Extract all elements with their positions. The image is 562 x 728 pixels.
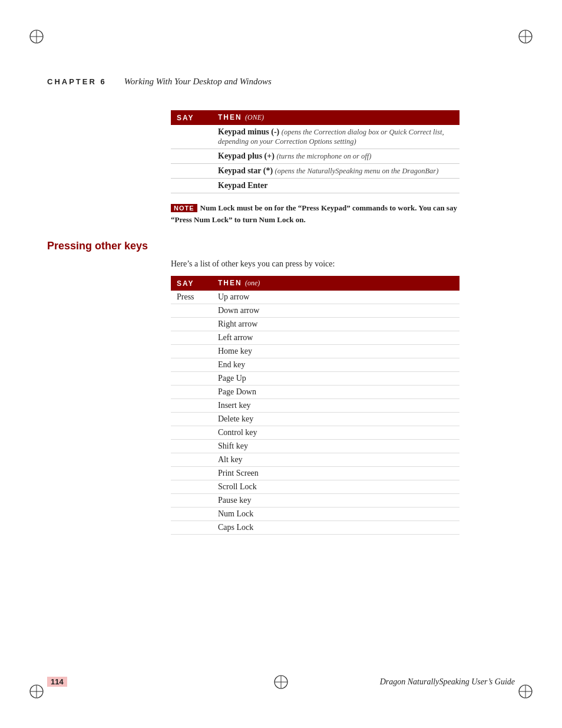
table-row: End key bbox=[171, 358, 459, 372]
top-table-say-header: SAY bbox=[171, 110, 212, 125]
table-row: Right arrow bbox=[171, 318, 459, 331]
table-row: Caps Lock bbox=[171, 521, 459, 535]
bottom-say-then-table: SAY THEN (one) PressUp arrowDown arrowRi… bbox=[171, 276, 459, 535]
table-row: Page Up bbox=[171, 372, 459, 386]
reg-mark-tl bbox=[28, 28, 45, 45]
table-row: Delete key bbox=[171, 413, 459, 426]
table-row: Home key bbox=[171, 345, 459, 358]
table-row: Control key bbox=[171, 426, 459, 440]
chapter-header: CHAPTER 6 Working With Your Desktop and … bbox=[47, 77, 515, 98]
note-box: NOTENum Lock must be on for the “Press K… bbox=[171, 202, 459, 225]
top-say-then-table: SAY THEN (one) Keypad minus (-) (opens t… bbox=[171, 110, 459, 193]
chapter-title: Working With Your Desktop and Windows bbox=[124, 77, 272, 87]
table-row: Left arrow bbox=[171, 331, 459, 345]
table-row: Pause key bbox=[171, 494, 459, 508]
table-row: Scroll Lock bbox=[171, 480, 459, 494]
table-row: Shift key bbox=[171, 440, 459, 453]
table-row: Print Screen bbox=[171, 467, 459, 480]
reg-mark-br bbox=[517, 683, 534, 700]
section-heading: Pressing other keys bbox=[47, 240, 515, 252]
table-row: Page Down bbox=[171, 386, 459, 399]
center-bottom-reg-mark bbox=[273, 674, 289, 693]
table-row: Keypad minus (-) (opens the Correction d… bbox=[171, 125, 459, 149]
table-row: Num Lock bbox=[171, 508, 459, 521]
reg-mark-tr bbox=[517, 28, 534, 45]
footer-book-title: Dragon NaturallySpeaking User’s Guide bbox=[380, 677, 515, 687]
table-row: PressUp arrow bbox=[171, 291, 459, 304]
intro-text: Here’s a list of other keys you can pres… bbox=[171, 259, 515, 269]
chapter-label: CHAPTER 6 bbox=[47, 77, 107, 86]
table-row: Insert key bbox=[171, 399, 459, 413]
table-row: Down arrow bbox=[171, 304, 459, 318]
note-text: Num Lock must be on for the “Press Keypa… bbox=[171, 203, 457, 224]
reg-mark-bl bbox=[28, 683, 45, 700]
table-row: Keypad Enter bbox=[171, 179, 459, 193]
table-row: Keypad star (*) (opens the NaturallySpea… bbox=[171, 164, 459, 179]
page-number: 114 bbox=[47, 677, 67, 687]
bottom-table-then-header: THEN (one) bbox=[212, 276, 459, 291]
table-row: Keypad plus (+) (turns the microphone on… bbox=[171, 149, 459, 164]
top-table-then-header: THEN (one) bbox=[212, 110, 459, 125]
bottom-table-say-header: SAY bbox=[171, 276, 212, 291]
note-label: NOTE bbox=[171, 204, 197, 212]
table-row: Alt key bbox=[171, 453, 459, 467]
